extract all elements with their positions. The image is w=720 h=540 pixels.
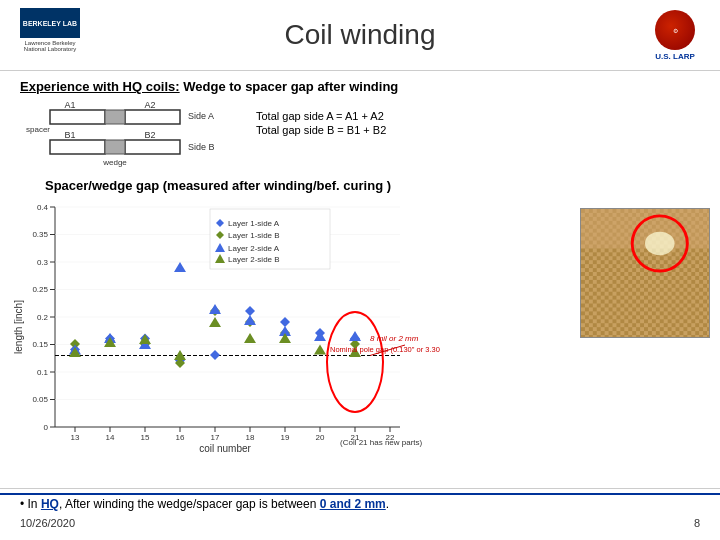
svg-text:0.15: 0.15 (32, 340, 48, 349)
svg-text:14: 14 (106, 433, 115, 442)
svg-text:Layer 1-side A: Layer 1-side A (228, 219, 280, 228)
data-l1a-c17 (210, 350, 220, 360)
svg-rect-3 (50, 140, 105, 154)
svg-text:15: 15 (141, 433, 150, 442)
svg-rect-0 (50, 110, 105, 124)
svg-text:Side A: Side A (188, 111, 214, 121)
uslarp-text: U.S. LARP (655, 52, 695, 61)
data-l2a-c17 (209, 304, 221, 314)
svg-text:16: 16 (176, 433, 185, 442)
svg-text:0.1: 0.1 (37, 368, 49, 377)
svg-text:Side B: Side B (188, 142, 215, 152)
coil-photo (580, 208, 710, 338)
bottom-text: • In HQ, After winding the wedge/spacer … (20, 497, 700, 511)
coil-photo-svg (581, 208, 709, 338)
formula1: Total gap side A = A1 + A2 (256, 110, 386, 122)
data-l2b-c20 (314, 345, 326, 355)
svg-text:0.05: 0.05 (32, 395, 48, 404)
main-content: Spacer/wedge gap (measured after winding… (0, 178, 720, 488)
data-l2b-c17 (209, 317, 221, 327)
berkeley-logo-box: BERKELEY LAB (20, 8, 80, 38)
svg-text:Nominal pole gap (0.130" or 3.: Nominal pole gap (0.130" or 3.30 mm) (330, 345, 440, 354)
page-title: Coil winding (285, 19, 436, 51)
coil-svg: A1 A2 B1 B2 spacer Side A Side B wedge (20, 100, 240, 170)
svg-rect-1 (125, 110, 180, 124)
svg-text:A1: A1 (64, 100, 75, 110)
svg-text:0.2: 0.2 (37, 313, 49, 322)
experience-rest: Wedge to spacer gap after winding (180, 79, 399, 94)
diagram-section: A1 A2 B1 B2 spacer Side A Side B wedge T… (0, 98, 720, 178)
data-l1a-c19 (280, 317, 290, 327)
photo-area (580, 208, 710, 338)
svg-text:18: 18 (246, 433, 255, 442)
svg-text:coil number: coil number (199, 443, 251, 454)
footer-date: 10/26/2020 (20, 517, 75, 529)
svg-text:Layer 2-side B: Layer 2-side B (228, 255, 280, 264)
svg-text:8 mil or 2 mm: 8 mil or 2 mm (370, 334, 419, 343)
page-footer: 10/26/2020 8 (0, 515, 720, 531)
formula2: Total gap side B = B1 + B2 (256, 124, 386, 136)
coil-diagram: A1 A2 B1 B2 spacer Side A Side B wedge (20, 100, 240, 170)
svg-text:wedge: wedge (102, 158, 127, 167)
svg-text:Layer 1-side B: Layer 1-side B (228, 231, 280, 240)
chart-container: length [inch] 0 0.05 0.1 0.15 0.2 (10, 197, 440, 457)
berkeley-lab-logo: BERKELEY LAB Lawrence BerkeleyNational L… (10, 8, 90, 63)
svg-text:B1: B1 (64, 130, 75, 140)
chart-title: Spacer/wedge gap (measured after winding… (45, 178, 572, 193)
data-l2a-c16 (174, 262, 186, 272)
svg-marker-2 (105, 110, 125, 124)
bottom-section: • In HQ, After winding the wedge/spacer … (0, 493, 720, 515)
svg-text:13: 13 (71, 433, 80, 442)
svg-text:0.4: 0.4 (37, 203, 49, 212)
svg-rect-4 (125, 140, 180, 154)
data-l2b-c18 (244, 333, 256, 343)
svg-text:0: 0 (44, 423, 49, 432)
header-divider (0, 70, 720, 71)
diagram-labels: Total gap side A = A1 + A2 Total gap sid… (256, 110, 386, 138)
svg-text:length [inch]: length [inch] (13, 300, 24, 354)
hq-link: HQ (41, 497, 59, 511)
range-text: 0 and 2 mm (320, 497, 386, 511)
bullet-text: • In (20, 497, 41, 511)
berkeley-logo-text: Lawrence BerkeleyNational Laboratory (24, 40, 76, 52)
svg-text:0.25: 0.25 (32, 285, 48, 294)
svg-text:Layer 2-side A: Layer 2-side A (228, 244, 280, 253)
svg-marker-5 (105, 140, 125, 154)
svg-text:0.3: 0.3 (37, 258, 49, 267)
uslarp-circle: ⚙ (655, 10, 695, 50)
data-l2a-c21 (349, 331, 361, 341)
middle-text: , After winding the wedge/spacer gap is … (59, 497, 320, 511)
svg-text:17: 17 (211, 433, 220, 442)
data-l1a-c18 (245, 306, 255, 316)
svg-text:19: 19 (281, 433, 290, 442)
uslarp-logo: ⚙ U.S. LARP (640, 8, 710, 63)
data-l2a-c18 (244, 315, 256, 325)
svg-text:(Coil 21 has new parts): (Coil 21 has new parts) (340, 438, 423, 447)
svg-text:B2: B2 (144, 130, 155, 140)
svg-text:A2: A2 (144, 100, 155, 110)
svg-point-85 (645, 232, 675, 256)
page-header: BERKELEY LAB Lawrence BerkeleyNational L… (0, 0, 720, 70)
svg-text:spacer: spacer (26, 125, 50, 134)
chart-svg: length [inch] 0 0.05 0.1 0.15 0.2 (10, 197, 440, 457)
experience-header: Experience with HQ coils: Wedge to space… (0, 75, 720, 98)
end-text: . (386, 497, 389, 511)
svg-text:0.35: 0.35 (32, 230, 48, 239)
page-number: 8 (694, 517, 700, 529)
svg-text:20: 20 (316, 433, 325, 442)
bottom-divider (0, 488, 720, 489)
svg-point-65 (327, 312, 383, 412)
svg-rect-83 (581, 209, 709, 248)
experience-underlined: Experience with HQ coils: (20, 79, 180, 94)
chart-area: Spacer/wedge gap (measured after winding… (10, 178, 572, 488)
